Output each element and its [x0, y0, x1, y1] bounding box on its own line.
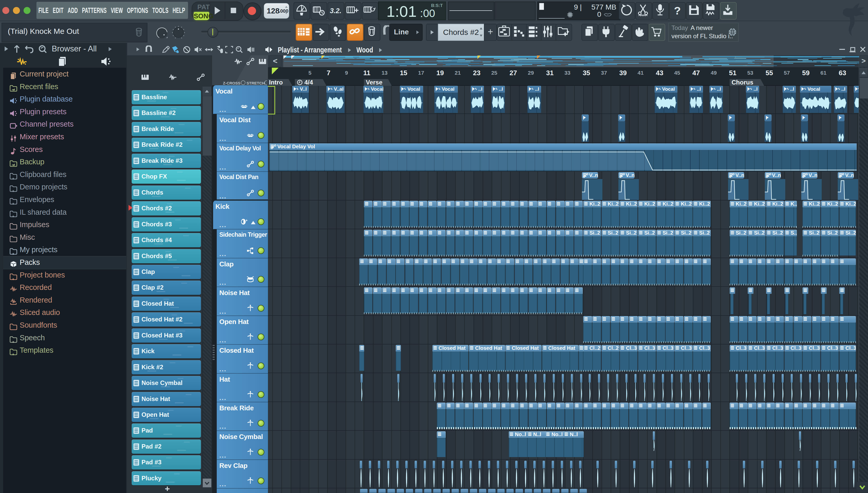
- svg-text:3.2.: 3.2.: [330, 7, 341, 15]
- svg-text:?: ?: [674, 4, 681, 17]
